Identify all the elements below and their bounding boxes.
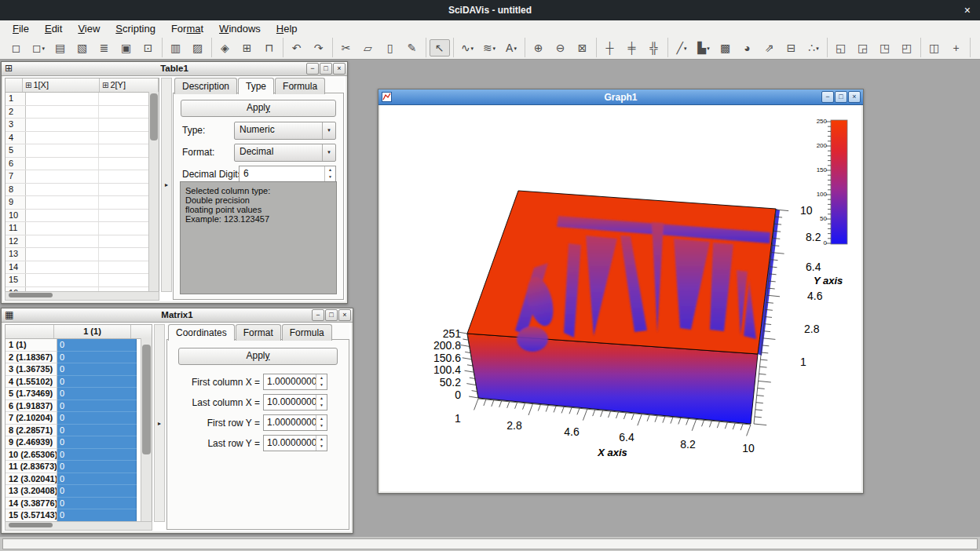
decimal-digits-stepper[interactable]: 6▲▼ — [239, 166, 336, 182]
menu-edit[interactable]: Edit — [37, 20, 70, 38]
column-header[interactable]: ⊞1[X] — [23, 78, 100, 92]
matrix-row[interactable]: 4 (1.55102) 0 — [5, 376, 152, 389]
matrix-row[interactable]: 14 (3.38776) 0 — [5, 498, 152, 510]
matrix-row-header[interactable]: 11 (2.83673) — [5, 461, 57, 473]
row-number[interactable]: 12 — [5, 235, 26, 248]
cell-x[interactable] — [26, 106, 99, 119]
matrix1-window[interactable]: ▦ Matrix1 −□× 1 (1) 1 (1) 0 2 (1.18367) … — [1, 308, 353, 534]
row-number[interactable]: 7 — [5, 170, 26, 183]
open-project-icon[interactable]: ▤ — [50, 39, 71, 57]
cell-x[interactable] — [26, 222, 99, 235]
matrix-row[interactable]: 10 (2.65306) 0 — [5, 449, 152, 462]
surface-3d[interactable] — [467, 191, 780, 424]
spin-down-icon[interactable]: ▼ — [316, 443, 327, 450]
row-number[interactable]: 14 — [5, 261, 26, 274]
matrix-row[interactable]: 5 (1.73469) 0 — [5, 388, 152, 400]
paste-icon[interactable]: ▯ — [380, 39, 400, 57]
scatter-plot-dropdown-icon[interactable]: ∴▾ — [803, 39, 824, 57]
matrix-row[interactable]: 7 (2.10204) 0 — [5, 412, 152, 425]
copy-icon[interactable]: ▱ — [358, 39, 378, 57]
toolbar-overflow-icon[interactable]: » — [974, 39, 980, 57]
table-row[interactable]: 12 — [5, 235, 159, 249]
matrix-row-header[interactable]: 2 (1.18367) — [5, 352, 57, 364]
cell-x[interactable] — [26, 235, 99, 248]
project-explorer-icon[interactable]: ◈ — [215, 39, 236, 57]
matrix1-maximize-button[interactable]: □ — [325, 309, 338, 321]
matrix-row[interactable]: 15 (3.57143) 0 — [5, 509, 152, 522]
spin-down-icon[interactable]: ▼ — [316, 402, 327, 409]
cell-x[interactable] — [26, 158, 99, 170]
spin-down-icon[interactable]: ▼ — [325, 173, 335, 181]
spinner-arrows[interactable]: ▲▼ — [316, 374, 327, 389]
graph1-canvas[interactable]: 250 200 150 100 50 0 — [380, 105, 861, 491]
coordinate-field-input[interactable]: 10.0000000▲▼ — [263, 394, 327, 411]
tab-type[interactable]: Type — [238, 78, 274, 94]
spin-down-icon[interactable]: ▼ — [316, 422, 327, 429]
open-template-icon[interactable]: ▧ — [72, 39, 93, 57]
row-number[interactable]: 5 — [5, 144, 26, 157]
menu-file[interactable]: File — [5, 20, 37, 38]
cell-x[interactable] — [26, 196, 99, 209]
table1-close-button[interactable]: × — [333, 63, 346, 75]
matrix-row[interactable]: 6 (1.91837) 0 — [5, 400, 152, 413]
scrollbar-thumb[interactable] — [9, 523, 53, 527]
matrix-cell-selected[interactable]: 0 — [57, 485, 137, 498]
matrix-cell-selected[interactable]: 0 — [57, 498, 137, 510]
surface-plot-canvas[interactable]: 250 200 150 100 50 0 — [380, 105, 861, 491]
table1-panel-expander[interactable]: ▸ — [161, 78, 172, 292]
column-plot-dropdown-icon[interactable]: ▙▾ — [693, 39, 714, 57]
graph1-maximize-button[interactable]: □ — [835, 91, 847, 103]
scrollbar-thumb[interactable] — [142, 345, 151, 454]
matrix-cell-selected[interactable]: 0 — [57, 461, 137, 473]
table-row[interactable]: 1 — [5, 93, 159, 106]
spinner-arrows[interactable]: ▲▼ — [324, 166, 335, 181]
spinner-arrows[interactable]: ▲▼ — [316, 436, 327, 451]
bars-3d-icon[interactable]: ◲ — [853, 39, 873, 57]
matrix-row-header[interactable]: 14 (3.38776) — [5, 498, 57, 510]
cell-x[interactable] — [26, 93, 99, 105]
matrix-column-header[interactable]: 1 (1) — [54, 325, 131, 338]
surface-3d-icon[interactable]: ◱ — [831, 39, 851, 57]
new-project-icon[interactable]: ◻ — [6, 39, 27, 57]
table-row[interactable]: 13 — [5, 248, 159, 261]
tab-formula[interactable]: Formula — [282, 324, 332, 341]
zoom-out-icon[interactable]: ⊖ — [550, 39, 571, 57]
type-select[interactable]: Numeric▼ — [234, 122, 336, 140]
table-row[interactable]: 3 — [5, 119, 159, 132]
matrix-row-header[interactable]: 9 (2.46939) — [5, 436, 57, 449]
matrix-cell-selected[interactable]: 0 — [57, 400, 137, 413]
vector-plot-icon[interactable]: ⇗ — [759, 39, 780, 57]
scrollbar-thumb[interactable] — [9, 293, 53, 297]
matrix-row[interactable]: 9 (2.46939) 0 — [5, 436, 152, 449]
spin-down-icon[interactable]: ▼ — [316, 381, 327, 389]
matrix-cell-selected[interactable]: 0 — [57, 449, 137, 462]
matrix-row[interactable]: 1 (1) 0 — [5, 339, 152, 352]
matrix-row[interactable]: 11 (2.83673) 0 — [5, 461, 152, 473]
matrix-cell-selected[interactable]: 0 — [57, 363, 137, 376]
add-column-icon[interactable]: + — [946, 39, 967, 57]
spinner-arrows[interactable]: ▲▼ — [316, 415, 327, 430]
scatter-3d-icon[interactable]: ◳ — [875, 39, 895, 57]
cell-x[interactable] — [26, 170, 99, 183]
zoom-in-icon[interactable]: ⊕ — [528, 39, 549, 57]
row-number[interactable]: 1 — [5, 93, 26, 105]
redo-icon[interactable]: ↷ — [309, 39, 329, 57]
import-ascii-icon[interactable]: ≣ — [94, 39, 115, 57]
cell-x[interactable] — [26, 184, 99, 196]
table-row[interactable]: 7 — [5, 170, 159, 184]
app-titlebar[interactable]: SciDAVis - untitled × — [0, 0, 980, 20]
box-plot-icon[interactable]: ⊟ — [781, 39, 802, 57]
row-number[interactable]: 10 — [5, 210, 26, 222]
menu-scripting[interactable]: Scripting — [108, 20, 163, 38]
table1-grid[interactable]: ⊞1[X]⊞2[Y] 1 2 3 — [5, 78, 159, 292]
app-close-icon[interactable]: × — [964, 4, 971, 16]
matrix-row-header[interactable]: 5 (1.73469) — [5, 388, 57, 400]
contour-3d-icon[interactable]: ◰ — [897, 39, 917, 57]
tab-format[interactable]: Format — [236, 324, 281, 341]
table1-titlebar[interactable]: ⊞ Table1 −□× — [2, 62, 347, 76]
row-number[interactable]: 6 — [5, 158, 26, 170]
cell-x[interactable] — [26, 144, 99, 157]
matrix1-horizontal-scrollbar[interactable] — [5, 521, 152, 531]
table-row[interactable]: 2 — [5, 106, 159, 119]
cell-x[interactable] — [26, 248, 99, 261]
